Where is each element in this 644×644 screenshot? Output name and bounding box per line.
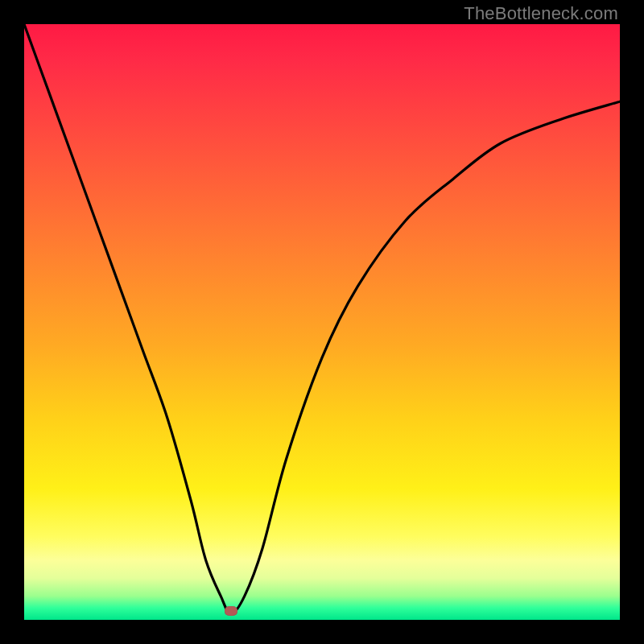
watermark-text: TheBottleneck.com xyxy=(464,3,618,24)
plot-area xyxy=(24,24,620,620)
chart-frame: TheBottleneck.com xyxy=(0,0,644,644)
optimum-marker xyxy=(225,606,237,616)
curve-path xyxy=(24,24,620,614)
bottleneck-curve xyxy=(24,24,620,620)
